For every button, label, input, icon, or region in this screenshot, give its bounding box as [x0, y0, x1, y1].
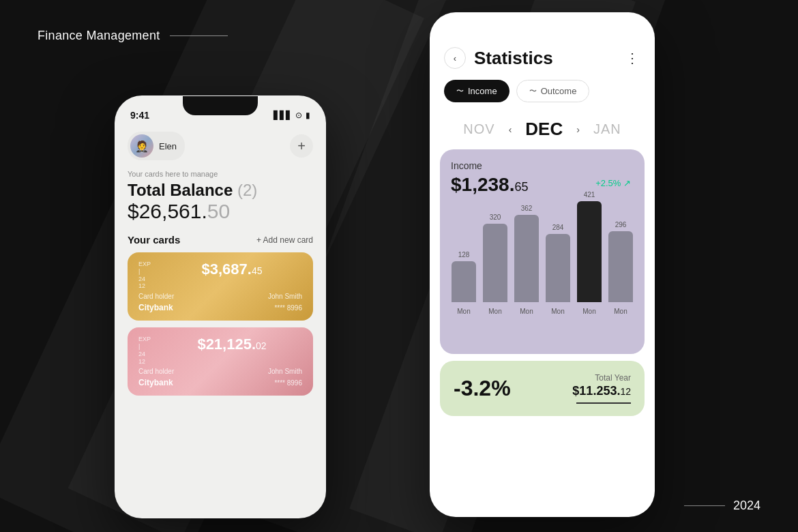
income-card-label: Income	[451, 160, 634, 171]
month-current: DEC	[525, 119, 563, 140]
bar-label: Mon	[551, 308, 564, 319]
outcome-tab[interactable]: 〜 Outcome	[516, 80, 590, 102]
card-pink: EXP|2412 $21,125.02 Card holder John Smi…	[128, 327, 313, 396]
card-amount: $3,687.45	[162, 261, 302, 278]
add-new-card-button[interactable]: + Add new card	[256, 235, 313, 245]
card-holder-name: John Smith	[268, 293, 302, 300]
card-exp-label: EXP|2412	[138, 261, 151, 290]
notch	[183, 96, 258, 115]
bar-group: 421Mon	[576, 191, 602, 319]
bar-label: Mon	[457, 308, 470, 319]
add-button[interactable]: +	[290, 134, 313, 158]
income-card: Income $1,238.65 +2.5% ↗ 128Mon320Mon362…	[440, 149, 645, 354]
month-prev: NOV	[463, 121, 494, 137]
stats-title: Statistics	[466, 48, 625, 69]
outcome-label: Outcome	[541, 86, 577, 96]
bar-value: 284	[552, 224, 564, 231]
bar-label: Mon	[582, 308, 595, 319]
user-chip[interactable]: 🤵 Elen	[128, 132, 185, 160]
signal-icon: ▋▋▋	[274, 110, 292, 120]
bar-label: Mon	[614, 308, 627, 319]
wifi-icon: ⊙	[295, 110, 302, 120]
month-next: JAN	[593, 121, 621, 137]
bar-group: 296Mon	[608, 221, 634, 319]
summary-percent: -3.2%	[454, 376, 511, 401]
card-gold: EXP|2412 $3,687.45 Card holder John Smit…	[128, 252, 313, 321]
card-number-2: **** 8996	[274, 379, 302, 387]
bar-rect	[514, 215, 539, 302]
bar-group: 320Mon	[482, 213, 508, 319]
phone1: 9:41 ▋▋▋ ⊙ ▮ 🤵 Elen + Your cards here to…	[115, 95, 326, 518]
total-amount: $26,561.50	[128, 200, 313, 223]
status-time: 9:41	[130, 110, 149, 121]
avatar: 🤵	[130, 134, 153, 158]
bar-rect	[608, 231, 633, 302]
summary-year-label: Total Year	[572, 373, 631, 383]
card-number: **** 8996	[274, 304, 302, 312]
outcome-icon: 〜	[529, 86, 537, 96]
more-button[interactable]: ⋮	[625, 50, 640, 66]
card-holder-label-2: Card holder	[138, 368, 174, 375]
app-header: Finance Management	[38, 29, 228, 43]
bar-rect	[483, 224, 507, 302]
card-details-row: Card holder John Smith	[138, 293, 302, 300]
card-amount-2: $21,125.02	[162, 336, 302, 353]
bar-value: 128	[458, 251, 470, 258]
summary-total: $11.253.12	[572, 384, 631, 398]
summary-card: -3.2% Total Year $11.253.12	[440, 361, 645, 416]
user-row: 🤵 Elen +	[128, 132, 313, 160]
bar-value: 320	[490, 213, 501, 221]
card-exp-row: EXP|2412 $3,687.45	[138, 261, 302, 290]
income-label: Income	[468, 86, 497, 96]
header-divider	[170, 35, 228, 37]
income-tab[interactable]: 〜 Income	[444, 80, 509, 102]
card-bank-2: Citybank	[138, 378, 173, 387]
total-balance-label: Total Balance (2)	[128, 181, 313, 200]
bar-rect	[452, 261, 476, 302]
back-icon: ‹	[454, 53, 456, 63]
card-holder-name-2: John Smith	[268, 368, 302, 375]
bar-rect	[546, 234, 570, 302]
bar-label: Mon	[488, 308, 501, 319]
your-cards-label: Your cards	[128, 234, 180, 246]
bar-label: Mon	[520, 308, 533, 319]
bar-group: 284Mon	[545, 224, 571, 319]
your-cards-row: Your cards + Add new card	[128, 234, 313, 246]
bar-value: 421	[584, 191, 595, 198]
app-title: Finance Management	[38, 29, 160, 43]
cards-subtitle: Your cards here to manage	[128, 170, 313, 178]
card-bottom-row-2: Citybank **** 8996	[138, 378, 302, 387]
summary-right: Total Year $11.253.12	[572, 373, 631, 404]
bar-value: 362	[521, 205, 533, 212]
bar-rect	[577, 201, 602, 302]
phone2: ‹ Statistics ⋮ 〜 Income 〜 Outcome NOV ‹ …	[430, 12, 655, 517]
card-bottom-row: Citybank **** 8996	[138, 303, 302, 312]
card-holder-label: Card holder	[138, 293, 174, 300]
card-exp-row-2: EXP|2412 $21,125.02	[138, 336, 302, 365]
summary-underline	[576, 402, 631, 404]
income-amount: $1,238.65	[451, 174, 528, 196]
battery-icon: ▮	[306, 110, 310, 120]
phone1-content: 🤵 Elen + Your cards here to manage Total…	[115, 126, 325, 396]
bar-value: 296	[615, 221, 627, 228]
bar-group: 128Mon	[451, 251, 477, 319]
toggle-row: 〜 Income 〜 Outcome	[430, 80, 654, 113]
income-icon: 〜	[456, 86, 464, 96]
month-nav: NOV ‹ DEC › JAN	[430, 113, 654, 149]
year-label: 2024	[684, 499, 760, 513]
chart-area: 128Mon320Mon362Mon284Mon421Mon296Mon	[451, 196, 634, 319]
user-name: Elen	[159, 141, 177, 151]
card-bank: Citybank	[138, 303, 173, 312]
year-divider	[684, 505, 725, 507]
year-text: 2024	[733, 499, 760, 513]
status-icons: ▋▋▋ ⊙ ▮	[274, 110, 310, 120]
bar-group: 362Mon	[514, 205, 540, 319]
prev-chevron[interactable]: ‹	[509, 124, 512, 135]
next-chevron[interactable]: ›	[576, 124, 580, 135]
phone2-header: ‹ Statistics ⋮	[430, 13, 654, 80]
card-exp-label-2: EXP|2412	[138, 336, 151, 365]
card-details-row-2: Card holder John Smith	[138, 368, 302, 375]
back-button[interactable]: ‹	[444, 47, 466, 69]
